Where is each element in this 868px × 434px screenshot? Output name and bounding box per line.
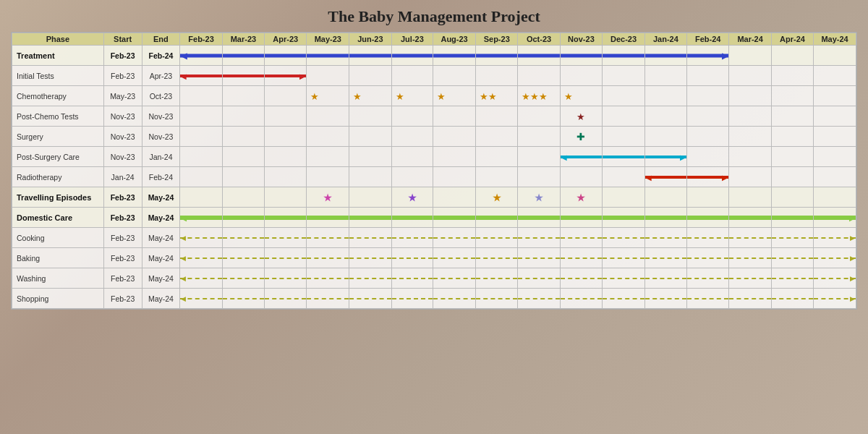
chart-cell xyxy=(644,66,686,86)
chart-cell xyxy=(391,228,433,248)
chart-cell xyxy=(518,66,560,86)
chart-cell xyxy=(644,46,686,66)
chart-cell xyxy=(687,127,729,147)
chart-cell xyxy=(603,228,645,248)
start-cell: Feb-23 xyxy=(103,46,142,66)
chart-cell: ◀ xyxy=(180,66,222,86)
chart-cell: ◀ xyxy=(180,248,222,268)
chart-cell: ★ xyxy=(560,86,603,106)
chart-cell xyxy=(603,86,645,106)
chart-cell: ▶ xyxy=(814,228,856,248)
chart-cell xyxy=(307,208,349,228)
header-month-Jun-23: Jun-23 xyxy=(349,33,391,46)
chart-cell xyxy=(518,228,560,248)
chart-cell: ▶ xyxy=(814,289,856,309)
table-row: Post-Surgery CareNov-23Jan-24◀▶ xyxy=(12,147,856,167)
chart-cell xyxy=(603,289,645,309)
chart-cell xyxy=(307,147,349,167)
start-cell: May-23 xyxy=(103,86,142,106)
chart-cell xyxy=(771,147,813,167)
chart-cell xyxy=(814,187,856,208)
start-cell: Feb-23 xyxy=(103,228,142,248)
table-row: ShoppingFeb-23May-24◀▶ xyxy=(12,289,856,309)
chart-cell: ◀ xyxy=(180,268,222,289)
chart-cell: ✚ xyxy=(560,127,603,147)
chart-cell xyxy=(771,228,813,248)
chart-cell xyxy=(307,248,349,268)
chart-cell xyxy=(729,86,771,106)
header-month-May-23: May-23 xyxy=(307,33,349,46)
phase-cell: Cooking xyxy=(12,228,104,248)
chart-cell xyxy=(349,289,391,309)
chart-cell xyxy=(560,46,603,66)
chart-cell xyxy=(771,167,813,187)
chart-cell xyxy=(603,167,645,187)
chart-cell xyxy=(265,147,307,167)
chart-cell xyxy=(518,268,560,289)
chart-cell xyxy=(518,248,560,268)
header-month-Jul-23: Jul-23 xyxy=(391,33,433,46)
main-container: The Baby Management Project Phase Start … xyxy=(0,0,868,317)
chart-cell xyxy=(433,187,476,208)
chart-cell xyxy=(729,46,771,66)
chart-cell xyxy=(307,167,349,187)
chart-cell xyxy=(814,127,856,147)
chart-cell xyxy=(771,127,813,147)
chart-cell xyxy=(771,268,813,289)
chart-cell: ★ xyxy=(391,86,433,106)
chart-cell xyxy=(433,167,476,187)
gantt-table: Phase Start End Feb-23Mar-23Apr-23May-23… xyxy=(12,33,856,309)
chart-cell xyxy=(180,147,222,167)
chart-cell: ★ xyxy=(518,187,560,208)
phase-cell: Baking xyxy=(12,248,104,268)
chart-cell xyxy=(349,208,391,228)
chart-cell xyxy=(222,86,264,106)
header-month-Aug-23: Aug-23 xyxy=(433,33,476,46)
header-start: Start xyxy=(103,33,142,46)
chart-cell xyxy=(349,268,391,289)
chart-cell xyxy=(603,147,645,167)
chart-cell xyxy=(433,208,476,228)
chart-cell xyxy=(307,268,349,289)
chart-cell xyxy=(222,147,264,167)
chart-cell xyxy=(771,187,813,208)
chart-cell xyxy=(180,187,222,208)
start-cell: Jan-24 xyxy=(103,167,142,187)
chart-cell xyxy=(475,46,518,66)
chart-cell xyxy=(644,106,686,127)
chart-cell xyxy=(391,147,433,167)
end-cell: Nov-23 xyxy=(142,106,180,127)
end-cell: May-24 xyxy=(142,248,180,268)
chart-cell: ▶ xyxy=(644,147,686,167)
chart-cell xyxy=(265,167,307,187)
chart-cell: ★ xyxy=(433,86,476,106)
chart-cell xyxy=(307,46,349,66)
chart-cell xyxy=(475,208,518,228)
chart-cell xyxy=(729,127,771,147)
chart-cell: ▶ xyxy=(814,208,856,228)
end-cell: May-24 xyxy=(142,228,180,248)
chart-cell xyxy=(222,187,264,208)
chart-cell xyxy=(475,127,518,147)
chart-cell xyxy=(518,208,560,228)
chart-cell xyxy=(349,187,391,208)
phase-cell: Post-Surgery Care xyxy=(12,147,104,167)
header-month-Feb-24: Feb-24 xyxy=(687,33,729,46)
phase-cell: Washing xyxy=(12,268,104,289)
chart-cell xyxy=(729,228,771,248)
chart-cell xyxy=(433,106,476,127)
chart-cell xyxy=(729,106,771,127)
chart-cell xyxy=(475,289,518,309)
phase-cell: Shopping xyxy=(12,289,104,309)
table-row: BakingFeb-23May-24◀▶ xyxy=(12,248,856,268)
chart-cell xyxy=(644,248,686,268)
chart-cell xyxy=(603,127,645,147)
start-cell: Nov-23 xyxy=(103,127,142,147)
chart-cell xyxy=(391,248,433,268)
header-phase: Phase xyxy=(12,33,104,46)
chart-cell xyxy=(222,127,264,147)
start-cell: Feb-23 xyxy=(103,268,142,289)
chart-cell: ★ xyxy=(307,86,349,106)
phase-cell: Chemotherapy xyxy=(12,86,104,106)
chart-cell xyxy=(687,268,729,289)
